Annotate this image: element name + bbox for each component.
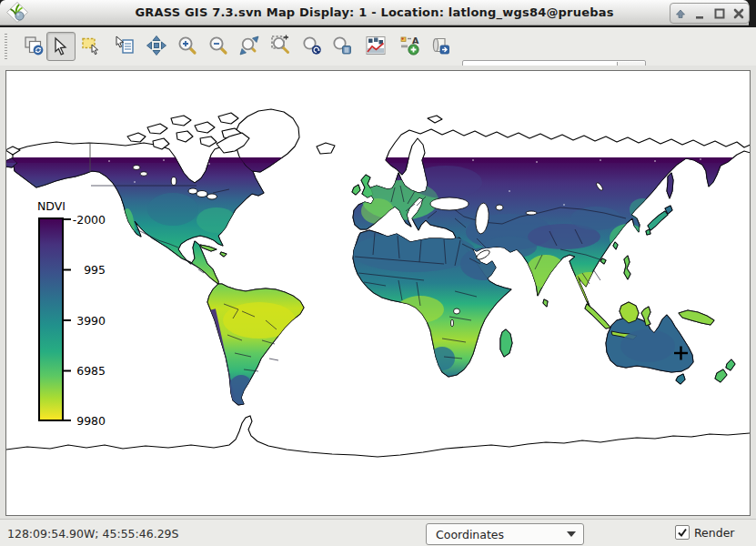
zoom-extent-icon <box>238 35 260 56</box>
legend-tick-label: -2000 <box>73 213 106 227</box>
render-toggle[interactable]: Render <box>675 525 735 540</box>
coordinate-readout: 128:09:54.90W; 45:55:46.29S <box>7 527 178 541</box>
toolbar-grip[interactable] <box>5 34 7 59</box>
save-display-button[interactable] <box>427 32 454 59</box>
minimize-icon[interactable] <box>691 5 708 22</box>
window-title: GRASS GIS 7.3.svn Map Display: 1 - Locat… <box>0 5 749 19</box>
render-map-button[interactable] <box>20 32 47 59</box>
query-tool-button[interactable] <box>112 32 139 59</box>
svg-text:A: A <box>412 35 419 46</box>
select-region-button[interactable] <box>77 32 105 59</box>
world-ndvi-map: NDVI -2000 995 3990 6985 9980 <box>6 71 750 515</box>
chevron-down-icon <box>559 531 583 537</box>
pan-tool-button[interactable] <box>143 32 170 59</box>
antarctica-coastline <box>6 416 750 457</box>
select-region-icon <box>80 35 102 56</box>
pointer-tool-button[interactable] <box>46 32 76 61</box>
zoom-options-button[interactable] <box>328 32 356 59</box>
pointer-icon <box>50 35 72 57</box>
legend-tick-label: 995 <box>84 263 106 277</box>
zoom-region-button[interactable] <box>267 32 295 59</box>
render-checkbox-label: Render <box>694 526 735 540</box>
close-icon[interactable] <box>731 5 747 22</box>
legend-tick-label: 9980 <box>76 414 106 428</box>
zoom-region-icon <box>270 35 292 56</box>
add-overlay-icon: A <box>398 35 420 56</box>
map-frame: NDVI -2000 995 3990 6985 9980 <box>0 66 756 519</box>
render-map-icon <box>23 35 45 56</box>
shade-icon[interactable] <box>672 5 689 22</box>
zoom-out-icon <box>207 35 229 56</box>
legend-title: NDVI <box>37 199 66 213</box>
window-controls <box>670 3 750 24</box>
zoom-out-button[interactable] <box>205 32 232 59</box>
titlebar[interactable]: GRASS GIS 7.3.svn Map Display: 1 - Locat… <box>0 0 749 25</box>
legend-tick-label: 3990 <box>76 314 106 328</box>
statusbar-mode-value: Coordinates <box>427 528 559 541</box>
add-overlay-button[interactable]: A <box>396 32 423 59</box>
legend-tick-label: 6985 <box>76 364 106 378</box>
map-toolbar: A 2D view <box>0 27 756 66</box>
statusbar: 128:09:54.90W; 45:55:46.29S Coordinates … <box>0 519 756 546</box>
save-display-icon <box>429 35 451 56</box>
map-canvas[interactable]: NDVI -2000 995 3990 6985 9980 <box>5 70 751 516</box>
query-icon <box>115 35 136 56</box>
grass-map-display-window: GRASS GIS 7.3.svn Map Display: 1 - Locat… <box>0 0 756 546</box>
maximize-icon[interactable] <box>711 5 728 22</box>
check-icon <box>677 527 688 538</box>
zoom-extent-button[interactable] <box>236 32 263 59</box>
pan-icon <box>146 35 167 56</box>
ndvi-legend: NDVI -2000 995 3990 6985 9980 <box>37 199 106 428</box>
zoom-previous-icon <box>301 35 323 56</box>
legend-colorbar <box>39 218 63 420</box>
statusbar-mode-select[interactable]: Coordinates <box>426 523 584 545</box>
zoom-in-button[interactable] <box>174 32 201 59</box>
analyze-button[interactable] <box>362 32 389 59</box>
analyze-icon <box>365 35 387 56</box>
zoom-previous-button[interactable] <box>298 32 326 59</box>
zoom-in-icon <box>176 35 198 56</box>
zoom-options-icon <box>331 35 353 56</box>
render-checkbox[interactable] <box>675 525 690 540</box>
